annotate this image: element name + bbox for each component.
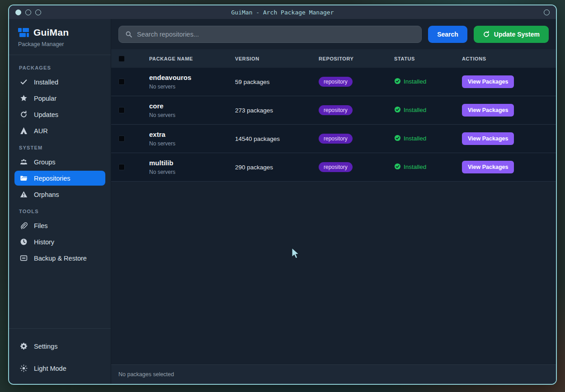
view-packages-button[interactable]: View Packages xyxy=(462,75,514,88)
sidebar-item-orphans[interactable]: Orphans xyxy=(14,187,105,202)
sidebar-item-label: Popular xyxy=(34,95,56,102)
status-cell: Installed xyxy=(394,78,462,86)
sidebar-item-backup-restore[interactable]: Backup & Restore xyxy=(14,251,105,266)
package-name-cell: endeavourosNo servers xyxy=(149,74,235,90)
row-checkbox[interactable] xyxy=(118,107,125,113)
search-button[interactable]: Search xyxy=(428,26,467,43)
package-name: endeavouros xyxy=(149,74,235,81)
status-label: Installed xyxy=(404,107,426,113)
sidebar-item-aur[interactable]: AUR xyxy=(14,123,105,138)
package-subtext: No servers xyxy=(149,140,235,147)
search-box[interactable] xyxy=(118,26,422,43)
package-subtext: No servers xyxy=(149,112,235,118)
sidebar-item-groups[interactable]: Groups xyxy=(14,154,105,169)
select-all-checkbox[interactable] xyxy=(118,56,125,62)
col-status: STATUS xyxy=(394,56,462,61)
view-packages-button[interactable]: View Packages xyxy=(462,132,514,145)
sidebar-nav: PACKAGESInstalledPopularUpdatesAURSYSTEM… xyxy=(9,55,111,267)
gear-icon xyxy=(20,342,28,350)
table-header: PACKAGE NAME VERSION REPOSITORY STATUS A… xyxy=(111,49,556,68)
package-name-cell: multilibNo servers xyxy=(149,159,235,175)
check-circle-icon xyxy=(394,135,401,143)
repository-cell: repository xyxy=(319,134,394,144)
app-window: GuiMan - Arch Package Manager xyxy=(8,5,557,385)
status-label: Installed xyxy=(404,78,426,85)
actions-cell: View Packages xyxy=(462,161,556,173)
table-row: extraNo servers14540 packagesrepositoryI… xyxy=(111,125,556,153)
sidebar-item-label: Orphans xyxy=(34,191,59,198)
sun-icon xyxy=(20,364,28,372)
status-cell: Installed xyxy=(394,163,462,172)
repository-cell: repository xyxy=(319,105,394,115)
row-checkbox[interactable] xyxy=(118,135,125,142)
sidebar-item-label: Groups xyxy=(34,159,56,166)
toolbar: Search Update System xyxy=(111,19,556,49)
warning-icon xyxy=(20,191,28,198)
sidebar-item-light-mode[interactable]: Light Mode xyxy=(14,361,105,376)
sidebar-item-label: AUR xyxy=(34,127,48,135)
sidebar-item-updates[interactable]: Updates xyxy=(14,107,105,122)
app-subtitle: Package Manager xyxy=(18,41,102,47)
repository-badge: repository xyxy=(319,105,353,115)
check-icon xyxy=(20,78,28,86)
arch-icon xyxy=(20,127,28,135)
sidebar-item-label: Updates xyxy=(34,111,58,118)
sidebar-item-label: Repositories xyxy=(34,175,71,182)
nav-section-label: PACKAGES xyxy=(14,60,105,73)
window-title: GuiMan - Arch Package Manager xyxy=(9,9,556,16)
view-packages-button[interactable]: View Packages xyxy=(462,104,514,117)
users-icon xyxy=(20,158,28,166)
table-empty-area xyxy=(111,182,556,364)
package-name: core xyxy=(149,102,235,110)
app-logo-block: GuiMan Package Manager xyxy=(9,19,111,55)
star-icon xyxy=(20,94,28,102)
repository-badge: repository xyxy=(319,134,353,144)
package-subtext: No servers xyxy=(149,84,235,90)
sidebar-item-installed[interactable]: Installed xyxy=(14,75,105,89)
sidebar-footer: SettingsLight Mode xyxy=(9,328,111,384)
package-name-cell: coreNo servers xyxy=(149,102,235,118)
table-row: endeavourosNo servers59 packagesreposito… xyxy=(111,68,556,96)
refresh-icon xyxy=(20,111,28,118)
nav-section-label: SYSTEM xyxy=(14,140,105,153)
view-packages-button[interactable]: View Packages xyxy=(462,161,514,173)
check-circle-icon xyxy=(394,163,401,171)
version-cell: 59 packages xyxy=(235,79,319,85)
status-label: Installed xyxy=(404,135,426,142)
refresh-icon xyxy=(483,31,490,38)
row-checkbox[interactable] xyxy=(118,164,125,170)
search-input[interactable] xyxy=(137,31,415,38)
package-name: multilib xyxy=(149,159,235,167)
sidebar-item-label: Files xyxy=(34,222,48,229)
status-label: Installed xyxy=(404,163,426,170)
version-cell: 14540 packages xyxy=(235,135,319,142)
sidebar-item-label: Settings xyxy=(34,343,57,350)
search-icon xyxy=(125,31,132,38)
col-package-name: PACKAGE NAME xyxy=(149,56,235,61)
col-version: VERSION xyxy=(235,56,319,61)
sidebar-item-files[interactable]: Files xyxy=(14,218,105,233)
main-panel: Search Update System PACKAGE NAME VERSIO… xyxy=(111,19,556,384)
actions-cell: View Packages xyxy=(462,75,556,88)
row-checkbox[interactable] xyxy=(118,79,125,85)
titlebar: GuiMan - Arch Package Manager xyxy=(9,5,556,19)
status-cell: Installed xyxy=(394,106,462,115)
sidebar-item-history[interactable]: History xyxy=(14,234,105,249)
status-text: No packages selected xyxy=(118,371,174,378)
table-body: endeavourosNo servers59 packagesreposito… xyxy=(111,68,556,182)
repository-badge: repository xyxy=(319,77,353,87)
status-bar: No packages selected xyxy=(111,364,556,384)
package-name: extra xyxy=(149,131,235,138)
paperclip-icon xyxy=(20,222,28,229)
update-system-button[interactable]: Update System xyxy=(474,26,549,43)
sidebar-item-repositories[interactable]: Repositories xyxy=(14,171,105,186)
col-repository: REPOSITORY xyxy=(319,56,394,61)
sidebar: GuiMan Package Manager PACKAGESInstalled… xyxy=(9,19,111,384)
sidebar-item-settings[interactable]: Settings xyxy=(14,339,105,354)
sidebar-item-label: Light Mode xyxy=(34,365,66,372)
table-row: coreNo servers273 packagesrepositoryInst… xyxy=(111,96,556,125)
sidebar-item-popular[interactable]: Popular xyxy=(14,91,105,106)
nav-section-label: TOOLS xyxy=(14,203,105,217)
version-cell: 290 packages xyxy=(235,164,319,171)
package-name-cell: extraNo servers xyxy=(149,131,235,147)
